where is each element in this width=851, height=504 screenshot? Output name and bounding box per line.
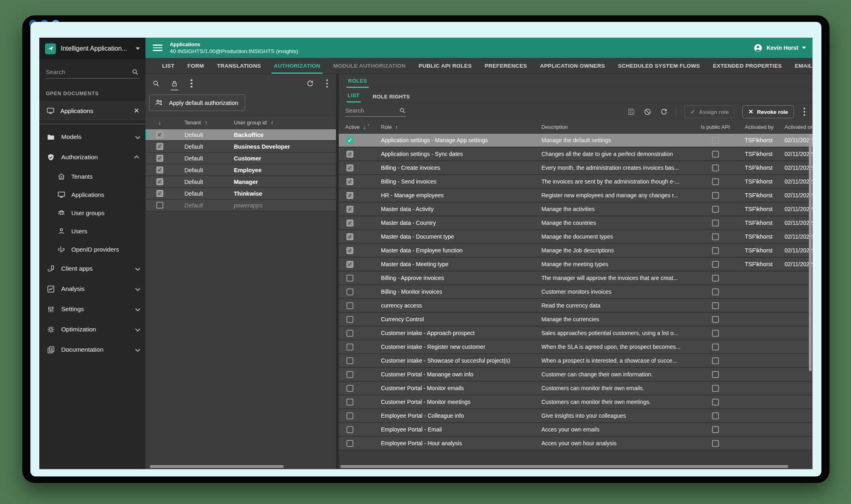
sidebar-item-authorization[interactable]: Authorization (39, 147, 145, 167)
more-options-icon[interactable] (325, 79, 330, 89)
open-document-applications[interactable]: Applications ✕ (39, 101, 145, 120)
active-checkbox[interactable]: ✓ (346, 151, 353, 158)
active-checkbox[interactable] (346, 330, 353, 337)
role-row[interactable]: Currency Control Manage the currencies (339, 313, 813, 327)
sort-down-icon[interactable]: ↓ (158, 120, 161, 126)
active-checkbox[interactable]: ✓ (346, 233, 353, 240)
groups-horizontal-scrollbar[interactable] (149, 465, 333, 468)
role-row[interactable]: Employee Portal - Hour analysis Acces yo… (339, 437, 813, 451)
active-checkbox[interactable] (346, 399, 353, 406)
tab-scheduled-system-flows[interactable]: SCHEDULED SYSTEM FLOWS (612, 58, 706, 74)
is-public-api-checkbox[interactable] (712, 233, 719, 240)
cancel-icon[interactable] (644, 108, 652, 116)
role-row[interactable]: Customer intake - Approach prospect Sale… (339, 327, 813, 340)
tab-roles[interactable]: ROLES (346, 78, 369, 88)
row-checkbox[interactable]: ✓ (156, 143, 163, 150)
active-checkbox[interactable]: ✓ (346, 178, 353, 185)
user-group-row[interactable]: ✓ Default Employee (145, 164, 336, 176)
active-checkbox[interactable] (346, 344, 353, 350)
active-checkbox[interactable]: ✓ (346, 137, 353, 144)
role-row[interactable]: Employee Portal - Colleague info Give in… (339, 409, 813, 423)
save-icon[interactable] (627, 108, 635, 116)
row-checkbox[interactable]: ✓ (156, 155, 163, 162)
tab-application-owners[interactable]: APPLICATION OWNERS (534, 58, 612, 74)
sidebar-item-tenants[interactable]: Tenants (39, 167, 145, 186)
row-checkbox[interactable] (156, 202, 163, 209)
active-checkbox[interactable] (346, 302, 353, 309)
role-row[interactable]: ✓ Master data - Employee function Manage… (339, 244, 813, 258)
roles-vertical-scrollbar[interactable] (809, 134, 812, 463)
tab-module-authorization[interactable]: MODULE AUTHORIZATION (327, 58, 412, 74)
active-checkbox[interactable] (346, 357, 353, 364)
is-public-api-checkbox[interactable] (712, 330, 719, 337)
user-group-row[interactable]: ✓ Default Backoffice (145, 129, 336, 141)
role-row[interactable]: Customer Portal - Monitor meetings Custo… (339, 395, 813, 409)
column-header-user-group-id[interactable]: User group id ↑ (227, 120, 336, 126)
active-checkbox[interactable] (346, 371, 353, 378)
is-public-api-checkbox[interactable] (712, 164, 719, 171)
row-checkbox[interactable]: ✓ (156, 167, 163, 173)
active-checkbox[interactable]: ✓ (346, 206, 353, 213)
column-header-is-public-api[interactable]: Is public API (689, 124, 742, 130)
role-row[interactable]: Billing - Monitor invoices Customer moni… (339, 285, 813, 299)
column-header-role[interactable]: Role ↑ (365, 124, 535, 130)
role-row[interactable]: Customer Portal - Manange own info Custo… (339, 368, 813, 382)
active-checkbox[interactable] (346, 385, 353, 392)
role-row[interactable]: ✓ Master data - Document type Manage the… (339, 230, 813, 244)
refresh-icon[interactable] (306, 79, 314, 88)
is-public-api-checkbox[interactable] (712, 261, 719, 268)
user-group-row[interactable]: Default powerapps (145, 200, 336, 211)
role-row[interactable]: Customer intake - Showcase of succesful … (339, 354, 813, 368)
more-options-icon[interactable] (802, 107, 807, 117)
sidebar-item-optimization[interactable]: Optimization (39, 319, 145, 340)
active-checkbox[interactable] (346, 412, 353, 419)
is-public-api-checkbox[interactable] (712, 192, 719, 199)
active-checkbox[interactable] (346, 288, 353, 295)
active-checkbox[interactable]: ✓ (346, 247, 353, 254)
tab-authorization[interactable]: AUTHORIZATION (267, 58, 327, 74)
sidebar-item-users[interactable]: Users (39, 222, 145, 240)
revoke-role-button[interactable]: ✕ Revoke role (742, 105, 793, 118)
role-row[interactable]: currency access Read the currency data (339, 299, 813, 313)
role-row[interactable]: ✓ Application settings - Sync dates Chan… (339, 147, 813, 161)
is-public-api-checkbox[interactable] (712, 371, 719, 378)
is-public-api-checkbox[interactable] (712, 137, 719, 144)
hamburger-menu-icon[interactable] (153, 45, 163, 51)
is-public-api-checkbox[interactable] (712, 302, 719, 309)
column-header-activated-on[interactable]: Activated on (782, 124, 813, 130)
user-menu[interactable]: Kevin Horst (753, 43, 806, 53)
sidebar-item-analysis[interactable]: Analysis (39, 279, 145, 299)
role-row[interactable]: ✓ Master data - Country Manage the count… (339, 216, 813, 230)
tab-translations[interactable]: TRANSLATIONS (210, 58, 267, 74)
refresh-icon[interactable] (660, 108, 668, 116)
apply-default-authorization-button[interactable]: Apply default authorization (149, 94, 245, 111)
role-row[interactable]: ✓ Billing - Send invoices The invoices a… (339, 175, 813, 189)
tab-public-api-roles[interactable]: PUBLIC API ROLES (412, 58, 478, 74)
sidebar-item-documentation[interactable]: Documentation (39, 340, 145, 360)
active-checkbox[interactable]: ✓ (346, 220, 353, 226)
is-public-api-checkbox[interactable] (712, 275, 719, 282)
tab-preferences[interactable]: PREFERENCES (478, 58, 534, 74)
column-header-tenant[interactable]: Tenant ↑ (174, 120, 227, 126)
role-row[interactable]: ✓ HR - Manage employees Register new emp… (339, 189, 813, 203)
is-public-api-checkbox[interactable] (712, 220, 719, 226)
role-row[interactable]: ✓ Billing - Create invoices Every month,… (339, 161, 813, 175)
tab-form[interactable]: FORM (181, 58, 210, 74)
is-public-api-checkbox[interactable] (712, 440, 719, 447)
role-row[interactable]: Employee Portal - Email Acces your own e… (339, 423, 813, 437)
active-checkbox[interactable] (346, 275, 353, 282)
tab-email-providers[interactable]: EMAIL PROVIDERS (788, 58, 813, 74)
active-checkbox[interactable]: ✓ (346, 164, 353, 171)
sidebar-item-models[interactable]: Models (39, 127, 145, 147)
active-checkbox[interactable] (346, 440, 353, 447)
row-checkbox[interactable]: ✓ (156, 178, 163, 185)
row-checkbox[interactable]: ✓ (156, 190, 163, 197)
is-public-api-checkbox[interactable] (712, 247, 719, 254)
more-options-icon[interactable] (189, 79, 194, 89)
sidebar-item-client-apps[interactable]: Client apps (39, 258, 145, 279)
is-public-api-checkbox[interactable] (712, 206, 719, 213)
tab-extended-properties[interactable]: EXTENDED PROPERTIES (706, 58, 788, 74)
user-group-row[interactable]: ✓ Default Manager (145, 176, 336, 188)
role-row[interactable]: Billing - Approve invoices The manager w… (339, 271, 813, 285)
assign-role-button[interactable]: ✓ Assign role (684, 105, 734, 118)
